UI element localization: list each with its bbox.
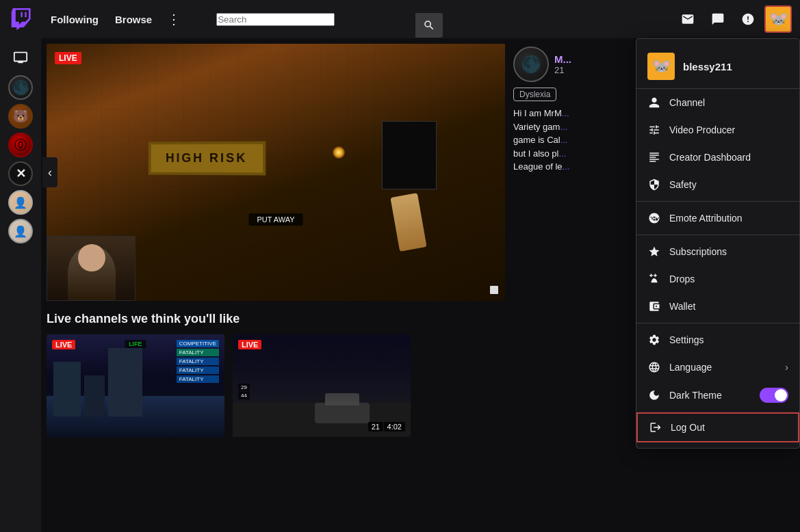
featured-streamer-avatar[interactable]: 🌑 [513, 46, 549, 82]
dropdown-item-creator-dashboard[interactable]: Creator Dashboard [636, 144, 799, 171]
dark-theme-label-group: Dark Theme [647, 388, 722, 402]
streamer-row: 🌑 M... 21 [513, 46, 647, 82]
language-arrow-icon: › [785, 362, 788, 373]
sidebar-avatar-2[interactable]: 🐻 [8, 104, 33, 129]
dropdown-username: blessy211 [683, 61, 732, 72]
dropdown-item-subscriptions[interactable]: Subscriptions [636, 238, 799, 265]
dropdown-item-logout[interactable]: Log Out [636, 412, 799, 442]
chat-button[interactable] [704, 5, 732, 33]
prev-stream-button[interactable]: ‹ [42, 157, 57, 187]
browse-nav-link[interactable]: Browse [108, 10, 159, 29]
language-label-group: Language [647, 360, 712, 374]
dropdown-item-wallet[interactable]: Wallet [636, 293, 799, 320]
top-navigation: Following Browse ⋮ [0, 0, 800, 38]
channel-thumb-1: COMPETITIVE FATALITY FATALITY FATALITY F… [47, 334, 224, 437]
star-icon [647, 245, 661, 258]
emote-icon [647, 211, 661, 225]
viewer-count: 21 [554, 65, 571, 75]
dropdown-item-drops[interactable]: Drops [636, 265, 799, 293]
sidebar-screen-icon[interactable] [7, 44, 34, 71]
person-icon [647, 96, 661, 109]
chart-icon [647, 150, 661, 164]
nav-icons-group: 🐭 [674, 5, 792, 33]
sliders-icon [647, 123, 661, 137]
user-dropdown-menu: 🐭 blessy211 Channel Video Producer Creat… [636, 38, 800, 449]
dropdown-avatar: 🐭 [647, 53, 675, 80]
dark-theme-toggle[interactable] [760, 388, 788, 403]
dropdown-item-emote-attribution[interactable]: Emote Attribution [636, 204, 799, 232]
gear-icon [647, 333, 661, 347]
dropdown-divider-2 [636, 235, 799, 235]
sidebar-avatar-1[interactable]: 🌑 [8, 75, 33, 100]
more-nav-button[interactable]: ⋮ [162, 7, 186, 31]
card2-live-badge: LIVE [238, 340, 261, 349]
moon-icon [647, 388, 661, 402]
dropdown-item-settings[interactable]: Settings [636, 326, 799, 354]
dropdown-item-channel[interactable]: Channel [636, 89, 799, 116]
card1-live-badge: LIVE [52, 340, 75, 349]
dropdown-item-safety[interactable]: Safety [636, 171, 799, 198]
channel-card-2[interactable]: 29 44 LIVE 4:02 21 [233, 334, 411, 437]
dropdown-item-dark-theme[interactable]: Dark Theme [636, 381, 799, 410]
stream-video-bg: HIGH RISK PUT AWAY [47, 44, 505, 301]
search-button[interactable] [415, 13, 443, 38]
stream-live-badge: LIVE [55, 52, 81, 64]
high-risk-sign: HIGH RISK [149, 141, 266, 175]
channel-thumb-2: 29 44 LIVE 4:02 21 [233, 334, 411, 437]
stream-player[interactable]: HIGH RISK PUT AWAY LIVE ‹ [47, 44, 505, 301]
wallet-icon [647, 300, 661, 313]
dropdown-divider-1 [636, 201, 799, 202]
game-tag[interactable]: Dyslexia [513, 88, 647, 101]
shield-icon [647, 178, 661, 191]
card2-viewers: 21 [368, 422, 383, 431]
channel-card-1[interactable]: COMPETITIVE FATALITY FATALITY FATALITY F… [47, 334, 224, 437]
put-away-label: PUT AWAY [248, 213, 302, 226]
drops-icon [647, 272, 661, 286]
twitch-logo[interactable] [8, 5, 36, 33]
stream-description: Hi I am MrM... Variety gam... game is Ca… [513, 107, 647, 174]
left-sidebar: 🌑 🐻 ⓪ ✕ 👤 👤 [0, 38, 41, 532]
dropdown-divider-3 [636, 323, 799, 323]
card2-time: 4:02 [384, 422, 405, 431]
search-input[interactable] [216, 13, 335, 26]
inbox-button[interactable] [674, 5, 701, 33]
globe-icon [647, 360, 661, 374]
streamer-name[interactable]: M... [554, 53, 571, 65]
search-bar-container [216, 13, 442, 26]
notifications-button[interactable] [734, 5, 762, 33]
user-avatar-button[interactable]: 🐭 [764, 5, 792, 33]
sidebar-avatar-3[interactable]: ⓪ [8, 133, 33, 157]
logout-icon [649, 421, 662, 434]
toggle-knob [775, 389, 787, 401]
dropdown-header: 🐭 blessy211 [636, 44, 799, 89]
dropdown-item-video-producer[interactable]: Video Producer [636, 116, 799, 144]
following-nav-link[interactable]: Following [44, 10, 105, 29]
sidebar-avatar-6[interactable]: 👤 [8, 219, 33, 243]
dropdown-item-language[interactable]: Language › [636, 354, 799, 381]
sidebar-avatar-5[interactable]: 👤 [8, 190, 33, 215]
stream-info-panel: 🌑 M... 21 Dyslexia Hi I am MrM... Variet… [505, 38, 656, 301]
sidebar-avatar-4[interactable]: ✕ [8, 161, 33, 186]
